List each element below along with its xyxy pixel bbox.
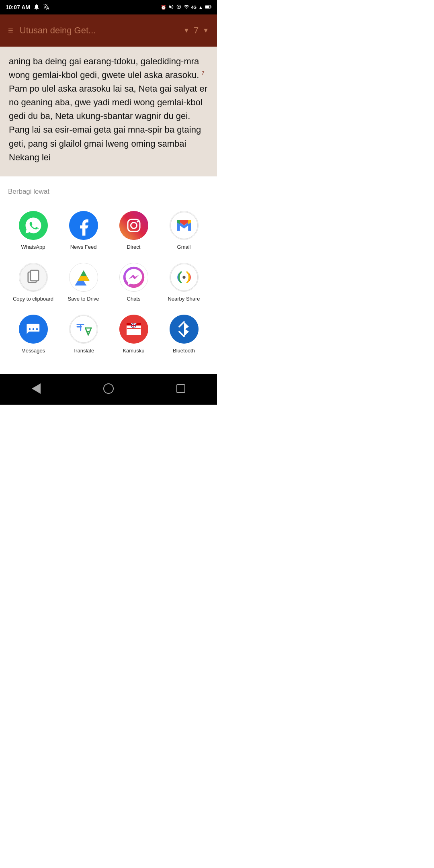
news-feed-label: News Feed — [70, 244, 97, 251]
whatsapp-icon — [19, 211, 48, 240]
svg-point-1 — [178, 6, 180, 8]
svg-point-28 — [70, 315, 97, 342]
share-grid: WhatsApp News Feed — [8, 207, 209, 362]
share-title: Berbagi lewat — [8, 188, 209, 196]
bluetooth-label: Bluetooth — [173, 348, 195, 354]
translate-icon — [69, 315, 98, 344]
svg-rect-14 — [30, 270, 38, 280]
svg-point-26 — [32, 328, 34, 330]
news-feed-icon — [69, 211, 98, 240]
status-time: 10:07 AM — [6, 4, 30, 10]
share-item-whatsapp[interactable]: WhatsApp — [8, 207, 58, 259]
dropdown-arrow-title[interactable]: ▼ — [183, 27, 190, 34]
home-button[interactable] — [101, 381, 116, 396]
reading-content: aning ba deing gai earang-tdoku, galedid… — [0, 47, 217, 176]
share-item-nearby[interactable]: Nearby Share — [159, 259, 209, 311]
status-bar: 10:07 AM ⏰ 4G ▲ — [0, 0, 217, 14]
kamusku-icon — [119, 315, 148, 344]
status-right: ⏰ 4G ▲ — [161, 4, 211, 10]
share-item-kamusku[interactable]: Kamusku — [108, 311, 159, 362]
share-item-bluetooth[interactable]: Bluetooth — [159, 311, 209, 362]
svg-point-25 — [29, 328, 31, 330]
share-item-drive[interactable]: Save to Drive — [58, 259, 108, 311]
status-left: 10:07 AM — [6, 4, 49, 11]
header-right: ▼ 7 ▼ — [183, 25, 209, 36]
svg-rect-32 — [127, 329, 141, 335]
svg-point-7 — [119, 211, 148, 240]
drive-icon — [69, 263, 98, 292]
drive-label: Save to Drive — [68, 296, 99, 303]
svg-point-27 — [36, 328, 38, 330]
svg-rect-4 — [205, 6, 209, 8]
notification-icon — [33, 4, 40, 11]
app-title: Utusan deing Get... — [20, 25, 177, 36]
messages-label: Messages — [21, 348, 45, 354]
clipboard-label: Copy to clipboard — [13, 296, 53, 303]
navigation-bar — [0, 374, 217, 405]
app-header: ≡ Utusan deing Get... ▼ 7 ▼ — [0, 14, 217, 47]
gmail-icon — [170, 211, 199, 240]
signal-icon — [184, 4, 189, 10]
recents-button[interactable] — [174, 381, 188, 396]
clipboard-icon — [19, 263, 48, 292]
share-item-direct[interactable]: Direct — [108, 207, 159, 259]
cast-icon — [176, 4, 182, 10]
back-button[interactable] — [29, 381, 43, 396]
bluetooth-icon — [170, 315, 199, 344]
nearby-label: Nearby Share — [168, 296, 200, 303]
share-item-news-feed[interactable]: News Feed — [58, 207, 108, 259]
share-item-clipboard[interactable]: Copy to clipboard — [8, 259, 58, 311]
gmail-label: Gmail — [177, 244, 191, 251]
chats-icon — [119, 263, 148, 292]
dropdown-arrow-chapter[interactable]: ▼ — [203, 27, 209, 34]
menu-icon[interactable]: ≡ — [8, 25, 13, 36]
share-item-gmail[interactable]: Gmail — [159, 207, 209, 259]
kamusku-label: Kamusku — [123, 348, 144, 354]
mute-icon — [168, 4, 174, 10]
translate-status-icon — [43, 4, 49, 11]
svg-point-19 — [182, 276, 185, 278]
battery-icon — [205, 4, 211, 10]
share-sheet: Berbagi lewat WhatsApp News Feed — [0, 176, 217, 371]
whatsapp-label: WhatsApp — [21, 244, 45, 251]
verse-number: 7 — [201, 70, 204, 76]
svg-point-10 — [137, 221, 139, 223]
share-item-chats[interactable]: Chats — [108, 259, 159, 311]
share-item-messages[interactable]: Messages — [8, 311, 58, 362]
svg-rect-3 — [211, 6, 211, 8]
signal2-icon: ▲ — [199, 5, 203, 10]
chapter-number: 7 — [194, 25, 199, 36]
alarm-icon: ⏰ — [161, 5, 166, 10]
messages-icon — [19, 315, 48, 344]
direct-icon — [119, 211, 148, 240]
share-item-translate[interactable]: Translate — [58, 311, 108, 362]
chats-label: Chats — [127, 296, 141, 303]
content-text-1: aning ba deing gai earang-tdoku, galedid… — [9, 56, 207, 162]
nearby-icon — [170, 263, 199, 292]
direct-label: Direct — [127, 244, 141, 251]
translate-label: Translate — [73, 348, 94, 354]
4g-badge: 4G — [191, 5, 197, 10]
